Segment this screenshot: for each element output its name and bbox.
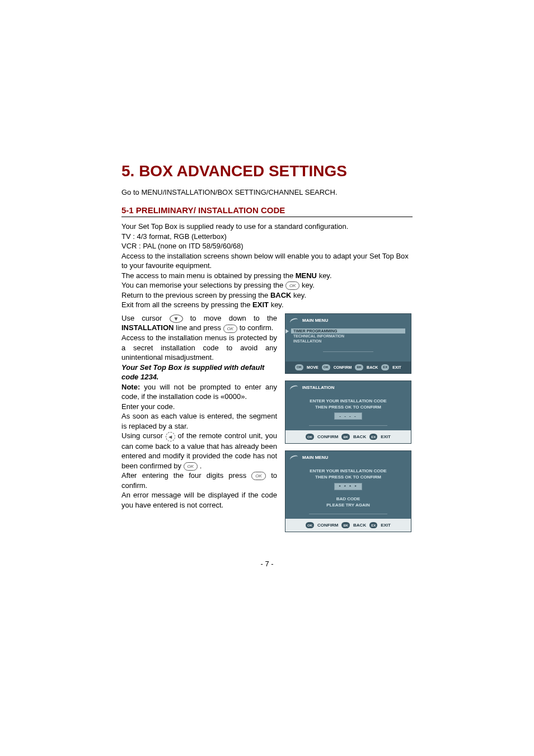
text-line: An error message will be displayed if th… bbox=[121, 490, 277, 510]
ok-key-icon: OK bbox=[184, 462, 198, 471]
text-line: TV : 4/3 format, RGB (Letterbox) bbox=[121, 232, 413, 242]
prompt-line: THEN PRESS OK TO CONFIRM bbox=[289, 474, 407, 480]
prompt-line: ENTER YOUR INSTALLATION CODE bbox=[289, 398, 407, 404]
prompt-line: ENTER YOUR INSTALLATION CODE bbox=[289, 468, 407, 474]
menu-item-installation: INSTALLATION bbox=[291, 339, 405, 344]
text-line: Access to the installation menus is prot… bbox=[121, 333, 277, 363]
bk-pill-icon: BK bbox=[341, 522, 350, 528]
error-line: BAD CODE bbox=[289, 496, 407, 502]
screen-title: MAIN MENU bbox=[302, 318, 328, 323]
divider bbox=[323, 351, 373, 352]
error-line: PLEASE TRY AGAIN bbox=[289, 502, 407, 508]
ok-key-icon: OK bbox=[223, 325, 238, 333]
screen-title: MAIN MENU bbox=[302, 455, 328, 460]
bk-pill-icon: BK bbox=[341, 434, 350, 440]
ok-pill-icon: OK bbox=[306, 522, 314, 528]
code-entry-box: - - - - bbox=[334, 412, 362, 420]
ok-key-icon: OK bbox=[285, 281, 300, 290]
ex-pill-icon: EX bbox=[381, 364, 389, 370]
divider bbox=[309, 514, 387, 514]
ex-pill-icon: EX bbox=[369, 434, 377, 440]
note-line: Note: you will not be prompted to enter … bbox=[121, 382, 277, 402]
nav-path: Go to MENU/INSTALLATION/BOX SETTING/CHAN… bbox=[121, 188, 413, 196]
text-line: The access to main menu is obtained by p… bbox=[121, 271, 413, 281]
logo-swoosh-icon bbox=[289, 454, 299, 463]
prompt-line: THEN PRESS OK TO CONFIRM bbox=[289, 404, 407, 410]
text-line: After entering the four digits press OK … bbox=[121, 471, 277, 490]
bk-pill-icon: BK bbox=[355, 364, 363, 370]
text-line: VCR : PAL (none on ITD 58/59/60/68) bbox=[121, 241, 413, 251]
text-line: Access to the installation screens shown… bbox=[121, 251, 413, 271]
screen-bad-code: MAIN MENU ENTER YOUR INSTALLATION CODE T… bbox=[285, 450, 411, 532]
screen-footer: OKCONFIRM BKBACK EXEXIT bbox=[285, 519, 411, 532]
text-line: Enter your code. bbox=[121, 402, 277, 412]
intro-block: Your Set Top Box is supplied ready to us… bbox=[121, 222, 413, 310]
text-line: Return to the previous screen by pressin… bbox=[121, 290, 413, 300]
ok-pill-icon: OK bbox=[295, 364, 303, 370]
code-entry-box: * * * * bbox=[334, 483, 362, 490]
text-line: Using cursor ◄ of the remote control uni… bbox=[121, 431, 277, 471]
text-line: As soon as each value is entered, the se… bbox=[121, 411, 277, 431]
ok-key-icon: OK bbox=[251, 472, 266, 480]
page-number: - 7 - bbox=[0, 560, 534, 568]
divider bbox=[309, 425, 387, 426]
text-line: Exit from all the screens by pressing th… bbox=[121, 300, 413, 310]
screen-installation-code: INSTALLATION ENTER YOUR INSTALLATION COD… bbox=[285, 381, 411, 444]
menu-item-techinfo: TECHNICAL INFORMATION bbox=[291, 334, 405, 339]
menu-item-timer: TIMER PROGRAMMING bbox=[291, 328, 405, 334]
text-line: Use cursor ▼ to move down to the INSTALL… bbox=[121, 313, 277, 333]
ex-pill-icon: EX bbox=[369, 522, 377, 528]
screen-footer: OKMOVE OKCONFIRM BKBACK EXEXIT bbox=[285, 361, 411, 373]
ok-pill-icon: OK bbox=[322, 364, 330, 370]
screen-footer: OKCONFIRM BKBACK EXEXIT bbox=[285, 430, 411, 443]
logo-swoosh-icon bbox=[289, 317, 299, 326]
default-code-note: Your Set Top Box is supplied with defaul… bbox=[121, 363, 277, 382]
ok-pill-icon: OK bbox=[306, 434, 314, 440]
left-arrow-icon: ◄ bbox=[166, 432, 175, 442]
section-heading: 5-1 PRELIMINARY/ INSTALLATION CODE bbox=[121, 205, 413, 217]
screen-title: INSTALLATION bbox=[302, 385, 334, 390]
text-line: Your Set Top Box is supplied ready to us… bbox=[121, 222, 413, 232]
text-line: You can memorise your selections by pres… bbox=[121, 280, 413, 290]
screen-main-menu: MAIN MENU TIMER PROGRAMMING TECHNICAL IN… bbox=[285, 313, 411, 374]
page-title: 5. BOX ADVANCED SETTINGS bbox=[121, 162, 413, 180]
logo-swoosh-icon bbox=[289, 384, 299, 393]
down-arrow-icon: ▼ bbox=[170, 314, 183, 323]
